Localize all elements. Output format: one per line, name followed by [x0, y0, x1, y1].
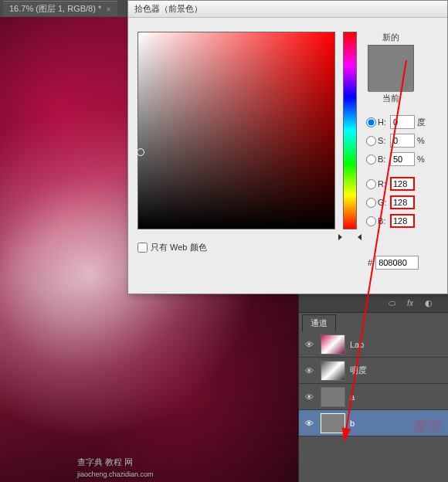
brightness-label: B:: [378, 154, 390, 164]
watermark-text: 查字典 教程 网 jiaocheng.chazidian.com: [77, 457, 154, 479]
hue-marker-left-icon: [338, 234, 342, 240]
hue-marker-right-icon: [358, 234, 361, 240]
hex-label: #: [368, 258, 372, 267]
document-tab[interactable]: 16.7% (图层 1, RGB/8) * ×: [3, 1, 117, 16]
saturation-radio[interactable]: [366, 136, 376, 146]
brightness-radio[interactable]: [366, 154, 376, 165]
channel-thumbnail: [321, 334, 345, 355]
visibility-icon[interactable]: 👁: [302, 338, 316, 351]
blue-radio[interactable]: [366, 216, 376, 226]
channel-label: a: [350, 392, 445, 402]
preview-new-label: 新的: [368, 32, 414, 43]
blue-input[interactable]: [390, 214, 415, 228]
hue-radio[interactable]: [366, 117, 376, 127]
color-preview: [368, 45, 414, 91]
channel-row-a[interactable]: 👁 a: [299, 384, 448, 410]
green-input[interactable]: [390, 195, 415, 209]
green-label: G:: [378, 198, 390, 207]
saturation-input[interactable]: [390, 134, 415, 148]
color-field-cursor: [137, 148, 144, 156]
brightness-input[interactable]: [390, 152, 415, 166]
channel-label: 明度: [350, 365, 445, 376]
channels-list: 👁 Lab 👁 明度 👁 a 👁 b: [299, 331, 448, 436]
color-field[interactable]: [137, 32, 335, 229]
channel-label: b: [350, 419, 445, 428]
hue-input[interactable]: [390, 115, 415, 129]
hue-unit: 度: [417, 117, 428, 128]
hue-label: H:: [378, 117, 390, 127]
link-icon[interactable]: ⬭: [386, 298, 397, 309]
web-colors-label: 只有 Web 颜色: [151, 242, 207, 253]
channel-label: Lab: [350, 340, 445, 349]
current-color-swatch[interactable]: [368, 72, 413, 92]
blue-label: B:: [378, 216, 390, 226]
visibility-icon[interactable]: 👁: [302, 364, 316, 378]
new-color-swatch: [368, 46, 413, 72]
fx-icon[interactable]: fx: [405, 298, 416, 309]
panel-tabs: 通道: [299, 313, 448, 331]
channel-row-b[interactable]: 👁 b: [299, 410, 448, 436]
channel-thumbnail: [321, 413, 345, 433]
saturation-label: S:: [378, 136, 390, 145]
panel-toolbar: ⬭ fx ◐: [299, 294, 448, 313]
saturation-unit: %: [417, 136, 428, 145]
tab-title: 16.7% (图层 1, RGB/8) *: [9, 3, 101, 15]
visibility-icon[interactable]: 👁: [302, 416, 316, 430]
red-input[interactable]: [390, 177, 415, 191]
close-icon[interactable]: ×: [106, 5, 110, 14]
red-radio[interactable]: [366, 179, 376, 189]
web-colors-checkbox[interactable]: [137, 243, 148, 253]
channel-thumbnail: [321, 387, 345, 407]
red-label: R:: [378, 179, 390, 188]
panels-area: ⬭ fx ◐ 通道 👁 Lab 👁 明度 👁 a 👁 b: [298, 294, 448, 482]
hue-slider[interactable]: [343, 32, 357, 229]
mask-icon[interactable]: ◐: [423, 298, 434, 309]
channel-row-lightness[interactable]: 👁 明度: [299, 358, 448, 384]
dialog-title[interactable]: 拾色器（前景色）: [128, 1, 447, 18]
hex-input[interactable]: [375, 256, 419, 270]
preview-current-label: 当前: [368, 93, 414, 104]
channel-row-lab[interactable]: 👁 Lab: [299, 331, 448, 358]
brightness-unit: %: [417, 154, 428, 164]
color-picker-dialog: 拾色器（前景色） 新的 当前 H: 度 S:: [127, 0, 448, 294]
green-radio[interactable]: [366, 198, 376, 208]
tab-channels[interactable]: 通道: [302, 314, 336, 331]
visibility-icon[interactable]: 👁: [302, 390, 316, 404]
channel-thumbnail: [321, 361, 345, 381]
